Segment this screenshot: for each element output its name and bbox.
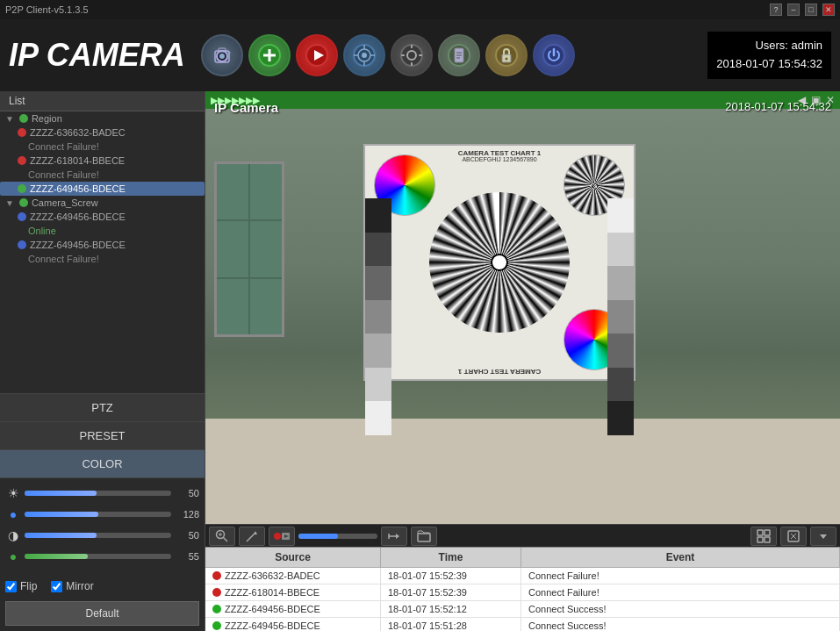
cam-fullscreen-button[interactable] [780, 527, 807, 546]
event-status-red-1 [212, 571, 221, 580]
event-row: ZZZZ-636632-BADEC 18-01-07 15:52:39 Conn… [205, 568, 840, 584]
event-log: Source Time Event ZZZZ-636632-BADEC 18-0… [205, 547, 840, 631]
cam-toolbar [205, 524, 840, 547]
hue-track[interactable] [25, 554, 171, 559]
tree-label-camera: Camera_Screw [32, 197, 98, 208]
event-row: ZZZZ-649456-BDECE 18-01-07 15:51:28 Conn… [205, 618, 840, 631]
datetime-display: Users: admin 2018-01-07 15:54:32 [707, 32, 831, 79]
ptz-toolbar-button[interactable] [343, 34, 385, 76]
tree-item-1[interactable]: ZZZZ-636632-BADEC [0, 125, 205, 140]
tree-sublabel-4: Online [28, 226, 56, 236]
tree-sublabel-2: Connect Failure! [28, 169, 99, 180]
chroma-track[interactable] [25, 512, 171, 517]
tree-sublabel-1: Connect Failure! [28, 141, 99, 152]
camera-toolbar-button[interactable] [201, 34, 243, 76]
power-toolbar-button[interactable] [533, 34, 575, 76]
cam-draw-button[interactable] [239, 527, 265, 546]
svg-rect-46 [765, 530, 770, 535]
list-header: List [0, 91, 205, 111]
event-time-1: 18-01-07 15:52:39 [381, 568, 521, 584]
event-status-green-3 [212, 605, 221, 613]
add-toolbar-button[interactable] [248, 34, 291, 76]
chart-subtitle: ABCDEFGHIJ 1234567890 [462, 156, 536, 162]
default-button[interactable]: Default [5, 601, 199, 626]
cam-record-button[interactable] [269, 527, 295, 546]
brightness-track[interactable] [25, 491, 171, 496]
preset-button[interactable]: PRESET [0, 422, 205, 450]
hue-value: 55 [175, 551, 199, 562]
sidebar-list: List ▼ Region ZZZZ-636632-BADEC Connect … [0, 91, 205, 393]
playback-toolbar-button[interactable] [296, 34, 338, 76]
dot-item2 [18, 156, 26, 165]
lock-toolbar-button[interactable] [485, 34, 528, 76]
tree-label-item4: ZZZZ-649456-BDECE [30, 212, 126, 222]
sidebar: List ▼ Region ZZZZ-636632-BADEC Connect … [0, 91, 205, 631]
gray-bar [365, 233, 391, 267]
close-button[interactable]: ✕ [822, 4, 835, 16]
gray-bars-left [365, 198, 391, 435]
list-label: List [9, 95, 25, 107]
color-controls: ☀ 50 ● 128 ◑ [0, 478, 205, 577]
ptz-button[interactable]: PTZ [0, 394, 205, 422]
gray-bar [607, 233, 634, 267]
event-event-4: Connect Success! [521, 618, 840, 631]
toolbar [201, 34, 701, 76]
tree-subitem-1: Connect Failure! [0, 140, 205, 154]
color-button[interactable]: COLOR [0, 450, 205, 478]
resolution-chart-center [429, 192, 570, 333]
gray-bar [365, 300, 391, 334]
cam-folder-button[interactable] [411, 527, 437, 546]
window-pane [217, 164, 248, 219]
contrast-track[interactable] [25, 533, 171, 538]
tree-item-5[interactable]: ZZZZ-649456-BDECE [0, 238, 205, 252]
event-row: ZZZZ-649456-BDECE 18-01-07 15:52:12 Conn… [205, 601, 840, 618]
window-pane [250, 279, 282, 334]
tree-group-region[interactable]: ▼ Region [0, 111, 205, 125]
help-button[interactable]: ? [770, 4, 782, 16]
titlebar: P2P Client-v5.1.3.5 ? – □ ✕ [0, 0, 840, 19]
cam-label: IP Camera [214, 100, 278, 115]
gray-bars-right [607, 198, 634, 435]
minimize-button[interactable]: – [787, 4, 800, 16]
gray-bar [607, 300, 634, 334]
tree-label-item2: ZZZZ-618014-BBECE [30, 155, 125, 166]
svg-rect-19 [411, 45, 413, 48]
test-chart: CAMERA TEST CHART 1 ABCDEFGHIJ 123456789… [363, 144, 635, 381]
settings-toolbar-button[interactable] [391, 34, 433, 76]
event-time-2: 18-01-07 15:52:39 [381, 584, 521, 600]
cam-slider[interactable] [298, 534, 377, 539]
cam-arrow-button[interactable] [381, 527, 407, 546]
tree-item-3-selected[interactable]: ZZZZ-649456-BDECE [0, 182, 205, 196]
scene-wall [205, 419, 840, 524]
event-row: ZZZZ-618014-BBECE 18-01-07 15:52:39 Conn… [205, 584, 840, 601]
tree-item-2[interactable]: ZZZZ-618014-BBECE [0, 154, 205, 168]
chroma-row: ● 128 [5, 506, 199, 522]
flip-label[interactable]: Flip [5, 580, 37, 592]
col-time: Time [381, 548, 521, 567]
gray-bar [365, 401, 391, 435]
window-pane [250, 164, 282, 219]
svg-point-30 [505, 58, 507, 61]
svg-point-4 [227, 52, 230, 54]
gray-bar [365, 266, 391, 300]
users-label: Users: admin [716, 37, 822, 55]
chroma-icon: ● [5, 506, 21, 522]
flip-checkbox[interactable] [5, 581, 17, 592]
gray-bar [365, 198, 391, 233]
svg-rect-21 [401, 54, 405, 56]
tree-group-camera[interactable]: ▼ Camera_Screw [0, 196, 205, 210]
event-event-2: Connect Failure! [521, 584, 840, 600]
hue-icon: ● [5, 549, 21, 564]
mirror-checkbox[interactable] [51, 581, 62, 592]
tree-item-4[interactable]: ZZZZ-649456-BDECE [0, 210, 205, 224]
cam-grid-button[interactable] [750, 527, 777, 546]
cam-zoom-button[interactable] [209, 527, 235, 546]
gray-bar [607, 401, 634, 435]
brightness-row: ☀ 50 [5, 485, 199, 501]
mirror-label[interactable]: Mirror [51, 580, 93, 592]
col-source: Source [205, 548, 381, 567]
file-toolbar-button[interactable] [438, 34, 480, 76]
cam-expand-button[interactable] [810, 527, 836, 546]
maximize-button[interactable]: □ [805, 4, 817, 16]
svg-line-33 [224, 537, 228, 541]
